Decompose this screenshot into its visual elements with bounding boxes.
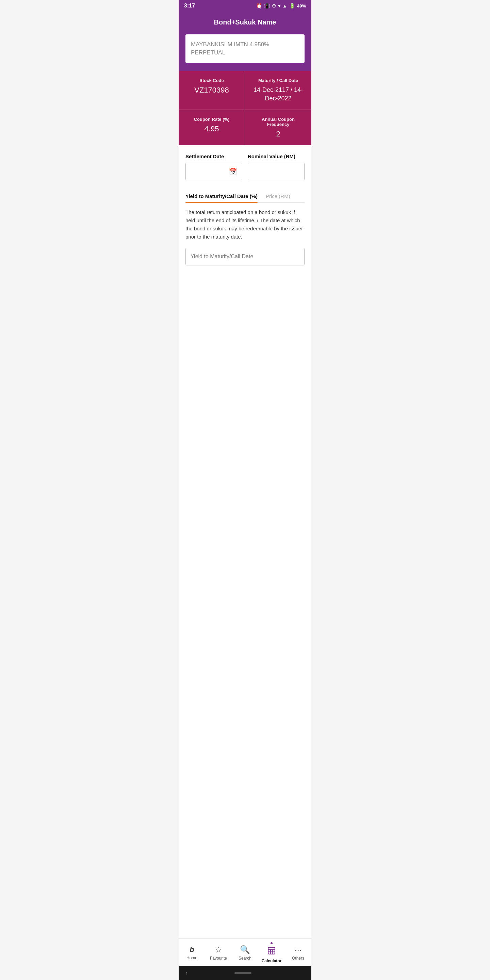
others-icon: ··· [295,945,301,955]
page-title: Bond+Sukuk Name [184,18,306,26]
nominal-value-group: Nominal Value (RM) [248,153,305,180]
stock-code-cell: Stock Code VZ170398 [179,71,245,110]
gesture-bar: ‹ [179,966,311,980]
nav-search-label: Search [239,956,251,961]
dnd-icon: ⊖ [272,3,276,8]
nav-calculator[interactable]: Calculator [258,942,285,963]
tab-yield[interactable]: Yield to Maturity/Call Date (%) [185,190,258,202]
battery-percent: 49% [297,3,306,8]
alarm-icon: ⏰ [256,3,262,8]
nav-home[interactable]: b Home [179,945,205,960]
calculator-active-dot [270,942,272,944]
nav-favourite-label: Favourite [210,956,227,961]
nav-home-label: Home [186,956,197,960]
annual-coupon-cell: Annual Coupon Frequency 2 [245,110,311,145]
calculator-icon [267,946,276,957]
back-chevron-icon[interactable]: ‹ [185,969,188,977]
nominal-value-input[interactable] [248,163,305,180]
calendar-icon: 📅 [229,167,237,176]
settlement-date-input[interactable]: 📅 [185,163,242,180]
tabs-section: Yield to Maturity/Call Date (%) Price (R… [185,190,305,203]
wifi-icon: ▾ [278,3,280,8]
bottom-nav: b Home ☆ Favourite 🔍 Search Calculator ·… [179,939,311,966]
status-time: 3:17 [184,3,195,9]
coupon-rate-label: Coupon Rate (%) [184,117,239,122]
signal-icon: ▲ [282,3,287,8]
tabs-row: Yield to Maturity/Call Date (%) Price (R… [185,190,305,203]
settlement-date-label: Settlement Date [185,153,242,159]
svg-rect-0 [268,947,275,954]
main-content: Settlement Date 📅 Nominal Value (RM) Yie… [179,145,311,939]
info-grid: Stock Code VZ170398 Maturity / Call Date… [179,71,311,145]
bond-name-box[interactable]: MAYBANKISLM IMTN 4.950% PERPETUAL [185,34,305,63]
header: Bond+Sukuk Name [179,11,311,34]
nav-search[interactable]: 🔍 Search [232,945,258,961]
battery-icon: 🔋 [289,3,295,8]
nav-calculator-label: Calculator [262,959,282,963]
stock-code-label: Stock Code [184,78,239,83]
nav-favourite[interactable]: ☆ Favourite [205,945,232,961]
status-bar: 3:17 ⏰ 📳 ⊖ ▾ ▲ 🔋 49% [179,0,311,11]
annual-coupon-value: 2 [250,130,306,138]
status-icons: ⏰ 📳 ⊖ ▾ ▲ 🔋 49% [256,3,306,8]
yield-input[interactable] [185,248,305,266]
stock-code-value: VZ170398 [184,86,239,95]
maturity-label: Maturity / Call Date [250,78,306,83]
maturity-value: 14-Dec-2117 / 14-Dec-2022 [250,86,306,103]
gesture-pill [234,972,251,974]
favourite-icon: ☆ [215,945,222,955]
settlement-date-group: Settlement Date 📅 [185,153,242,180]
tab-price[interactable]: Price (RM) [266,190,290,202]
home-icon: b [189,945,194,954]
nominal-value-label: Nominal Value (RM) [248,153,305,159]
vibrate-icon: 📳 [264,3,270,8]
maturity-cell: Maturity / Call Date 14-Dec-2117 / 14-De… [245,71,311,110]
bond-name-container: MAYBANKISLM IMTN 4.950% PERPETUAL [179,34,311,71]
nav-others[interactable]: ··· Others [285,945,311,961]
bond-name-text: MAYBANKISLM IMTN 4.950% PERPETUAL [191,41,269,56]
search-icon: 🔍 [240,945,250,955]
nav-others-label: Others [292,956,304,961]
coupon-rate-cell: Coupon Rate (%) 4.95 [179,110,245,145]
description-text: The total return anticipated on a bond o… [185,208,305,241]
date-nominal-row: Settlement Date 📅 Nominal Value (RM) [185,153,305,180]
coupon-rate-value: 4.95 [184,124,239,134]
annual-coupon-label: Annual Coupon Frequency [250,117,306,127]
